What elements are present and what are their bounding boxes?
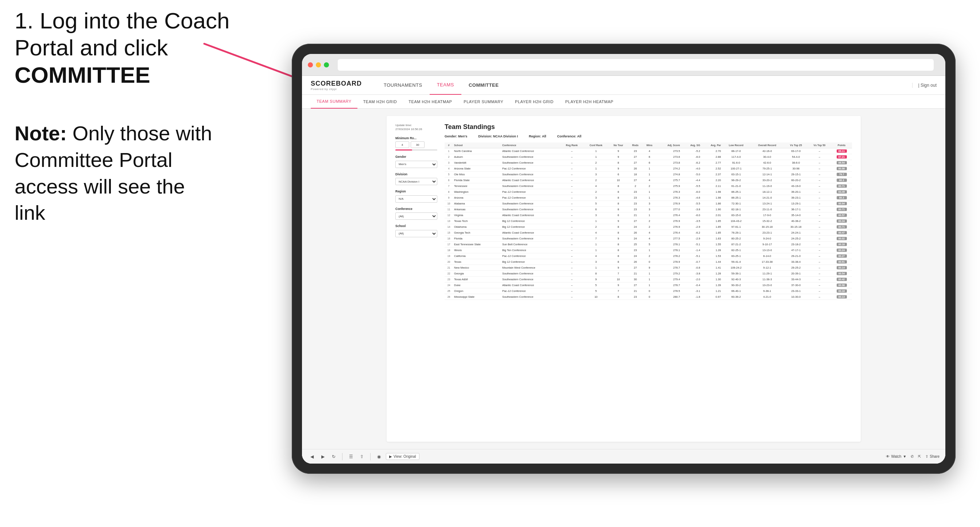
cell-sg: -5.1: [681, 253, 702, 259]
cell-adj-score: 276.9: [657, 218, 681, 224]
cell-points: 80.3: [831, 178, 852, 183]
cell-rnds: 23: [628, 189, 642, 195]
filter-school-select[interactable]: (All): [395, 230, 437, 237]
committee-bold: COMMITTEE: [14, 62, 150, 87]
cell-wins: 4: [643, 178, 657, 183]
cell-vs50: –: [808, 259, 831, 265]
sub-nav-player-h2h-heatmap[interactable]: PLAYER H2H HEATMAP: [560, 95, 619, 109]
cell-conf-rank: 1: [584, 154, 609, 160]
cell-no-tour: 8: [608, 206, 628, 213]
table-row: 16 Florida Southeastern Conference – 7 9…: [445, 236, 852, 241]
cell-overall: 4-21-0: [750, 294, 784, 300]
cell-adj-score: 277.5: [657, 236, 681, 241]
filter-min-input[interactable]: [395, 141, 409, 148]
cell-school: Alabama: [453, 201, 501, 206]
cell-conference: Southeastern Conference: [501, 160, 560, 166]
expand-button[interactable]: ⇱: [918, 454, 921, 459]
cell-rank: 23: [445, 277, 453, 283]
filter-division-select[interactable]: NCAA Division I: [395, 178, 437, 185]
cell-school: Texas Tech: [453, 218, 501, 224]
cell-conference: Pac-12 Conference: [501, 288, 560, 294]
cell-sg: -5.5: [681, 201, 702, 206]
cell-low: 72-30-1: [722, 201, 750, 206]
nav-tournaments[interactable]: TOURNAMENTS: [376, 76, 430, 95]
sub-nav-team-h2h-heatmap[interactable]: TEAM H2H HEATMAP: [402, 95, 458, 109]
cell-school: Ole Miss: [453, 171, 501, 178]
filter-conference-select[interactable]: (All): [395, 213, 437, 220]
table-row: 1 North Carolina Atlantic Coast Conferen…: [445, 148, 852, 154]
cell-low: 82-25-1: [722, 248, 750, 253]
share-button[interactable]: ⇧ Share: [925, 454, 940, 459]
filter-min-max-row: [395, 141, 437, 148]
cell-school: Oklahoma: [453, 224, 501, 230]
cell-rnds: 23: [628, 248, 642, 253]
cell-wins: 6: [643, 154, 657, 160]
cell-overall: 9-24-0: [750, 236, 784, 241]
meta-region: Region: All: [529, 135, 546, 138]
cell-vs25: 35-14-0: [784, 213, 808, 218]
toolbar-reload-icon[interactable]: ↻: [330, 452, 338, 461]
cell-adj-score: 273.5: [657, 148, 681, 154]
cell-overall: 12-14-1: [750, 171, 784, 178]
cell-vs50: –: [808, 171, 831, 178]
toolbar-forward-icon[interactable]: ▶: [319, 452, 327, 461]
watch-button[interactable]: 👁 Watch ▼: [886, 454, 906, 459]
cell-low: 88-17-0: [722, 148, 750, 154]
col-school: School: [453, 143, 501, 148]
cell-adj-score: 280.7: [657, 294, 681, 300]
filter-region-select[interactable]: N/A: [395, 195, 437, 203]
toolbar-back-icon[interactable]: ◀: [308, 452, 316, 461]
cell-wins: 3: [643, 201, 657, 206]
table-row: 9 Arizona Pac-12 Conference – 3 8 23 1 2…: [445, 195, 852, 201]
cell-vs50: –: [808, 166, 831, 171]
toolbar-share-icon-2[interactable]: ⇧: [358, 452, 366, 461]
toolbar-bookmark-icon[interactable]: ☰: [347, 452, 355, 461]
view-icon: ▶: [389, 454, 392, 459]
cell-wins: 3: [643, 206, 657, 213]
sub-nav-team-h2h-grid[interactable]: TEAM H2H GRID: [358, 95, 403, 109]
cell-school: Oregon: [453, 288, 501, 294]
table-row: 6 Florida State Atlantic Coast Conferenc…: [445, 178, 852, 183]
filter-gender-select[interactable]: Men's: [395, 161, 437, 168]
cell-school: Florida State: [453, 178, 501, 183]
sub-nav-player-summary[interactable]: PLAYER SUMMARY: [458, 95, 509, 109]
sub-nav-team-summary[interactable]: TEAM SUMMARY: [311, 95, 358, 109]
cell-low: 91-6-0: [722, 160, 750, 166]
cell-vs50: –: [808, 183, 831, 189]
toolbar-clock-icon[interactable]: ◉: [375, 452, 383, 461]
cell-no-tour: 8: [608, 195, 628, 201]
cell-wins: 4: [643, 236, 657, 241]
cell-school: Washington: [453, 189, 501, 195]
sub-nav-player-h2h-grid[interactable]: PLAYER H2H GRID: [509, 95, 560, 109]
cell-vs50: –: [808, 277, 831, 283]
cell-sg: -0.8: [681, 265, 702, 271]
cell-low: 104-43-2: [722, 218, 750, 224]
toolbar-sep-2: [370, 453, 371, 460]
filter-max-input[interactable]: [410, 141, 425, 148]
cell-reg-rank: –: [560, 160, 584, 166]
sign-out-link[interactable]: | Sign out: [912, 83, 937, 88]
cell-avg-sg: 2.77: [702, 160, 722, 166]
cell-school: Arizona State: [453, 166, 501, 171]
cell-conf-rank: 10: [584, 294, 609, 300]
cell-vs50: –: [808, 236, 831, 241]
view-original-button[interactable]: ▶ View: Original: [386, 453, 419, 460]
cell-overall: 13-24-1: [750, 201, 784, 206]
cell-low: 61-21-0: [722, 183, 750, 189]
cell-low: 97-61-1: [722, 224, 750, 230]
clip-button[interactable]: ✆: [911, 454, 914, 459]
cell-adj-score: 275.9: [657, 183, 681, 189]
cell-no-tour: 8: [608, 248, 628, 253]
col-avg-par: Avg. Par: [702, 143, 722, 148]
col-adj-score: Adj. Score: [657, 143, 681, 148]
cell-rank: 7: [445, 183, 453, 189]
cell-low: 83-25-1: [722, 253, 750, 259]
cell-points: 80.24: [831, 248, 852, 253]
filter-conference: Conference (All): [395, 207, 437, 220]
cell-vs25: 54-4-0: [784, 154, 808, 160]
table-row: 19 California Pac-12 Conference – 4 8 24…: [445, 253, 852, 259]
nav-committee[interactable]: COMMITTEE: [461, 76, 506, 95]
cell-overall: 8-14-0: [750, 253, 784, 259]
nav-teams[interactable]: TEAMS: [430, 76, 461, 95]
filter-conference-label: Conference: [395, 207, 437, 211]
